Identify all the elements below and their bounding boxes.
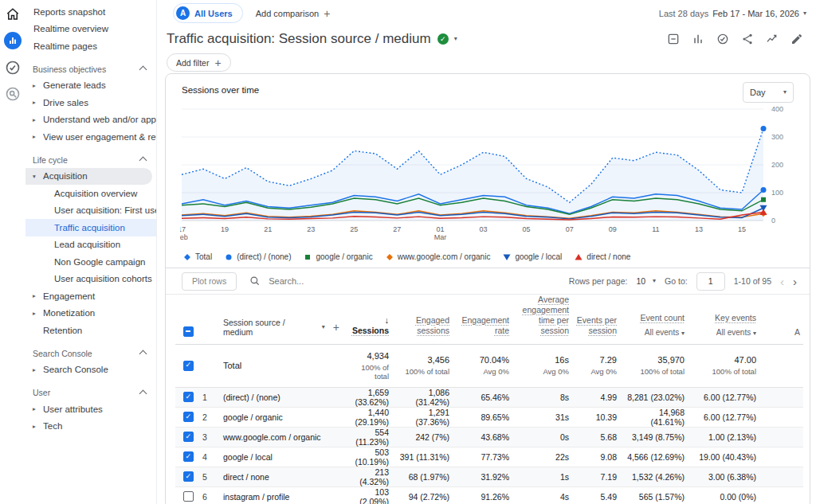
sidebar-item-label: Lead acquisition [54,240,120,249]
chevron-up-icon [139,157,147,165]
add-comparison-button[interactable]: Add comparison + [256,8,331,19]
row-checkbox[interactable] [183,491,194,502]
add-filter-button[interactable]: Add filter + [167,53,231,72]
goto-page-input[interactable]: 1 [696,272,725,291]
svg-text:07: 07 [566,225,574,233]
table-row[interactable]: 5direct / none213 (4.32%)68 (1.97%)31.92… [175,467,803,486]
advertising-icon[interactable] [5,60,21,76]
sidebar-item-reports-snapshot[interactable]: Reports snapshot [26,3,156,21]
legend-item-google-local[interactable]: google / local [503,252,562,261]
column-header-average-engagement-time-per-session[interactable]: Average engagement time per session [516,295,569,337]
search-input[interactable] [267,275,358,287]
legend-marker-icon [304,253,312,261]
metric-value: 5.49 [575,492,617,502]
sidebar-item-label: Understand web and/or app t... [43,115,156,124]
next-page-button[interactable]: › [793,275,797,287]
metric-value: 7.29 [575,355,617,365]
row-checkbox[interactable] [183,451,194,462]
plot-rows-button[interactable]: Plot rows [182,272,237,291]
metric-filter-event-count[interactable]: All events ▾ [623,328,685,337]
sidebar-item-label: Tech [43,421,62,431]
sidebar-item-realtime-overview[interactable]: Realtime overview [26,21,156,38]
dimension-selector[interactable]: Session source / medium▾ [223,318,325,337]
date-range-picker[interactable]: Last 28 days Feb 17 - Mar 16, 2026 ▾ [659,9,806,18]
prev-page-button[interactable]: ‹ [780,275,784,287]
svg-text:Feb: Feb [180,233,188,241]
note-icon[interactable] [667,33,680,45]
table-row[interactable]: 3www.google.com / organic554 (11.23%)242… [175,427,803,447]
sidebar-item-acquisition[interactable]: ▾Acquisition [26,168,152,186]
column-header-sessions[interactable]: ↓ Sessions [346,315,389,336]
metric-value: 31.92% [456,472,509,482]
column-header-key-events[interactable]: Key events [691,313,756,323]
row-checkbox[interactable] [183,392,194,402]
edit-icon[interactable] [790,33,803,45]
row-checkbox[interactable] [183,361,194,371]
sidebar-item-retention[interactable]: Retention [26,322,156,339]
sidebar-item-user-acquisition-first-user[interactable]: User acquisition: First user ... [26,202,156,220]
select-all-checkbox[interactable] [183,326,194,337]
legend-item-www-google-com-organic[interactable]: www.google.com / organic [386,252,491,261]
sidebar-item-label: Monetization [43,308,95,318]
sidebar-item-understand-web-and-or-app-t[interactable]: ▸Understand web and/or app t... [26,111,156,129]
row-checkbox[interactable] [183,471,194,482]
table-row[interactable]: 6instagram / profile103 (2.09%)94 (2.72%… [175,486,803,504]
metric-value: 554 (11.23%) [346,428,389,447]
metric-value: 7.19 [575,472,617,482]
check-circle-icon[interactable] [716,33,729,45]
metric-value: 6.00 (12.77%) [691,393,756,402]
sidebar-item-acquisition-overview[interactable]: Acquisition overview [26,185,156,202]
legend-item-total[interactable]: Total [183,252,212,261]
row-checkbox[interactable] [183,432,194,442]
topbar: A All Users Add comparison + Last 28 day… [157,0,816,26]
reports-icon[interactable] [4,32,22,49]
svg-text:400: 400 [771,105,783,113]
home-icon[interactable] [6,7,20,21]
add-dimension-button[interactable]: + [333,321,339,334]
table-row[interactable]: 2google / organic1,440 (29.19%)1,291 (37… [175,407,803,427]
sidebar-section-business-objectives[interactable]: Business objectives [26,61,156,77]
sidebar-item-generate-leads[interactable]: ▸Generate leads [26,77,156,95]
sidebar-item-user-attributes[interactable]: ▸User attributes [26,400,156,418]
sidebar-item-user-acquisition-cohorts[interactable]: User acquisition cohorts [26,271,156,288]
legend-label: google / local [515,252,562,261]
granularity-select[interactable]: Day ▾ [743,82,794,103]
legend-item-direct-none[interactable]: direct / none [575,252,630,261]
table-row[interactable]: 4google / local503 (10.19%)391 (11.31%)7… [175,447,803,467]
sidebar-item-non-google-campaign[interactable]: Non Google campaign [26,253,156,271]
metric-value: 1s [516,472,569,482]
svg-text:21: 21 [264,225,272,233]
sidebar-section-life-cycle[interactable]: Life cycle [26,152,156,168]
column-header-engagement-rate[interactable]: Engagement rate [456,315,509,336]
sidebar-section-search-console[interactable]: Search Console [26,346,156,361]
bar-chart-icon[interactable] [692,33,704,45]
sidebar-item-view-user-engagement-rete[interactable]: ▸View user engagement & rete... [26,128,156,146]
rows-per-page-select[interactable]: 10 ▾ [636,276,656,286]
title-chevron-down-icon[interactable]: ▾ [454,36,457,42]
sidebar-item-drive-sales[interactable]: ▸Drive sales [26,94,156,111]
column-header-event-count[interactable]: Event count [623,313,685,323]
sidebar-section-user[interactable]: User [26,385,156,400]
column-header-events-per-session[interactable]: Events per session [575,315,617,336]
metric-filter-key-events[interactable]: All events ▾ [691,328,756,337]
sidebar-item-search-console[interactable]: ▸Search Console [26,361,156,379]
plus-icon: + [324,8,330,19]
sidebar-item-engagement[interactable]: ▸Engagement [26,287,156,305]
explore-icon[interactable] [5,86,21,102]
column-header-engaged-sessions[interactable]: Engaged sessions [395,315,449,336]
legend-item-direct-none[interactable]: (direct) / (none) [225,252,291,261]
svg-text:25: 25 [350,225,358,233]
table-row[interactable]: 1(direct) / (none)1,659 (33.62%)1,086 (3… [175,387,803,407]
insights-icon[interactable] [766,33,779,45]
sidebar-item-realtime-pages[interactable]: Realtime pages [26,37,156,55]
report-table-body: Session source / medium▾+↓ SessionsEngag… [175,295,803,504]
row-checkbox[interactable] [183,412,194,422]
legend-item-google-organic[interactable]: google / organic [304,252,372,261]
metric-value: 213 (4.32%) [346,467,389,486]
sidebar-item-tech[interactable]: ▸Tech [26,418,156,436]
audience-chip[interactable]: A All Users [173,3,243,23]
share-icon[interactable] [741,33,754,45]
sidebar-item-traffic-acquisition[interactable]: Traffic acquisition [26,219,157,236]
sidebar-item-monetization[interactable]: ▸Monetization [26,305,156,322]
sidebar-item-lead-acquisition[interactable]: Lead acquisition [26,236,156,254]
